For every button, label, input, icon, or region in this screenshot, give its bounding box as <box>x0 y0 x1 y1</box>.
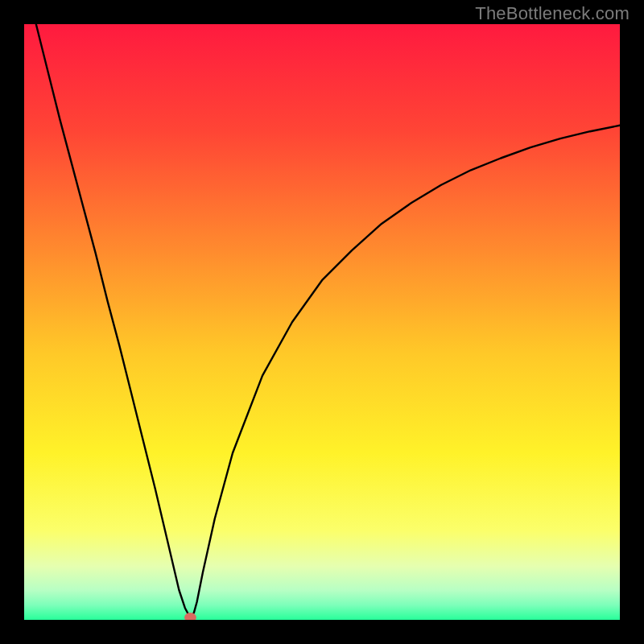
watermark-text: TheBottleneck.com <box>475 3 630 24</box>
chart-frame: TheBottleneck.com <box>0 0 644 644</box>
bottleneck-chart <box>24 24 620 620</box>
